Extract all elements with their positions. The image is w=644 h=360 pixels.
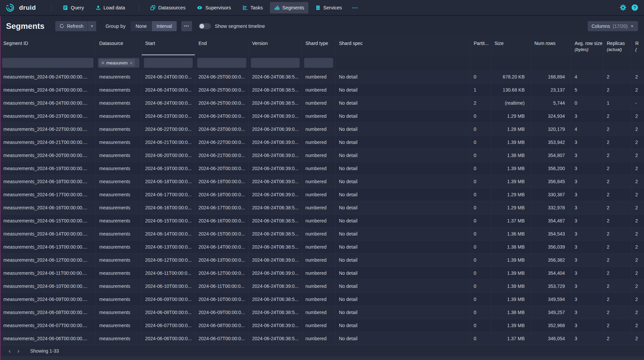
- column-header-avg-row-size[interactable]: Avg. row size(bytes): [571, 36, 603, 55]
- cell-r[interactable]: 2: [632, 136, 644, 149]
- cell-start[interactable]: 2024-06-21T00:00:0...: [142, 136, 195, 149]
- cell-datasource[interactable]: measurements: [96, 123, 142, 136]
- cell-start[interactable]: 2024-06-09T00:00:0...: [142, 293, 195, 306]
- cell-size[interactable]: 1.39 MB: [491, 136, 531, 149]
- cell-avg-row-size[interactable]: 3: [571, 188, 603, 201]
- cell-start[interactable]: 2024-06-22T00:00:0...: [142, 123, 195, 136]
- cell-size[interactable]: 130.68 KB: [491, 84, 531, 97]
- cell-replicas[interactable]: 2: [603, 149, 632, 162]
- cell-replicas[interactable]: 2: [603, 136, 632, 149]
- cell-start[interactable]: 2024-06-06T00:00:0...: [142, 332, 195, 345]
- cell-version[interactable]: 2024-06-24T06:38:5...: [249, 241, 302, 254]
- column-header-datasource[interactable]: Datasource: [96, 36, 142, 55]
- cell-datasource[interactable]: measurements: [96, 306, 142, 319]
- cell-shard-type[interactable]: numbered: [302, 227, 336, 241]
- cell-segment-id[interactable]: measurements_2024-06-14T00:00:00....: [0, 227, 96, 241]
- cell-segment-id[interactable]: measurements_2024-06-22T00:00:00....: [0, 123, 96, 136]
- cell-avg-row-size[interactable]: 3: [571, 175, 603, 188]
- cell-start[interactable]: 2024-06-19T00:00:0...: [142, 162, 195, 175]
- filter-input-shard-type[interactable]: [304, 58, 333, 68]
- cell-datasource[interactable]: measurements: [96, 227, 142, 241]
- filter-input-end[interactable]: [197, 58, 246, 68]
- cell-datasource[interactable]: measurements: [96, 97, 142, 110]
- cell-version[interactable]: 2024-06-24T06:38:5...: [249, 227, 302, 241]
- refresh-dropdown-caret[interactable]: ▼: [87, 21, 96, 31]
- cell-partit-[interactable]: 0: [470, 306, 491, 319]
- cell-datasource[interactable]: measurements: [96, 110, 142, 123]
- cell-size[interactable]: 1.38 MB: [491, 241, 531, 254]
- cell-start[interactable]: 2024-06-13T00:00:0...: [142, 241, 195, 254]
- cell-end[interactable]: 2024-06-25T00:00:0...: [195, 84, 249, 97]
- cell-num-rows[interactable]: 346,054: [531, 332, 571, 345]
- cell-version[interactable]: 2024-06-24T06:38:5...: [249, 97, 302, 110]
- column-header-replicas[interactable]: Replicas(actual): [603, 36, 632, 55]
- cell-version[interactable]: 2024-06-24T06:39:0...: [249, 123, 302, 136]
- cell-num-rows[interactable]: 354,404: [531, 267, 571, 280]
- cell-size[interactable]: 1.38 MB: [491, 306, 531, 319]
- cell-size[interactable]: 1.37 MB: [491, 214, 531, 227]
- cell-avg-row-size[interactable]: 5: [571, 84, 603, 97]
- cell-r[interactable]: 2: [632, 280, 644, 293]
- cell-shard-type[interactable]: numbered: [302, 254, 336, 267]
- cell-end[interactable]: 2024-06-25T00:00:0...: [195, 97, 249, 110]
- cell-num-rows[interactable]: 354,487: [531, 214, 571, 227]
- cell-segment-id[interactable]: measurements_2024-06-15T00:00:00....: [0, 214, 96, 227]
- cell-r[interactable]: 2: [632, 214, 644, 227]
- cell-size[interactable]: 1.39 MB: [491, 267, 531, 280]
- cell-datasource[interactable]: measurements: [96, 267, 142, 280]
- help-icon[interactable]: ?: [632, 4, 638, 11]
- cell-replicas[interactable]: 2: [603, 227, 632, 241]
- cell-end[interactable]: 2024-06-21T00:00:0...: [195, 149, 249, 162]
- cell-start[interactable]: 2024-06-10T00:00:0...: [142, 280, 195, 293]
- cell-datasource[interactable]: measurements: [96, 280, 142, 293]
- cell-end[interactable]: 2024-06-22T00:00:0...: [195, 136, 249, 149]
- cell-num-rows[interactable]: 23,137: [531, 84, 571, 97]
- segment-timeline-toggle[interactable]: [199, 23, 211, 29]
- cell-r[interactable]: 2: [632, 306, 644, 319]
- cell-version[interactable]: 2024-06-24T06:38:5...: [249, 214, 302, 227]
- cell-start[interactable]: 2024-06-15T00:00:0...: [142, 214, 195, 227]
- cell-avg-row-size[interactable]: 3: [571, 110, 603, 123]
- cell-replicas[interactable]: 2: [603, 175, 632, 188]
- cell-avg-row-size[interactable]: 3: [571, 280, 603, 293]
- cell-shard-spec[interactable]: No detail: [336, 175, 470, 188]
- cell-partit-[interactable]: 0: [470, 149, 491, 162]
- cell-segment-id[interactable]: measurements_2024-06-23T00:00:00....: [0, 110, 96, 123]
- cell-end[interactable]: 2024-06-14T00:00:0...: [195, 241, 249, 254]
- cell-segment-id[interactable]: measurements_2024-06-13T00:00:00....: [0, 241, 96, 254]
- cell-partit-[interactable]: 0: [470, 188, 491, 201]
- cell-start[interactable]: 2024-06-08T00:00:0...: [142, 306, 195, 319]
- cell-end[interactable]: 2024-06-17T00:00:0...: [195, 201, 249, 214]
- cell-avg-row-size[interactable]: 3: [571, 332, 603, 345]
- nav-more-icon[interactable]: •••: [349, 6, 362, 10]
- nav-item-tasks[interactable]: Tasks: [238, 2, 267, 13]
- cell-shard-spec[interactable]: No detail: [336, 267, 470, 280]
- cell-datasource[interactable]: measurements: [96, 175, 142, 188]
- column-header-shard-type[interactable]: Shard type: [302, 36, 336, 55]
- column-header-segment-id[interactable]: Segment ID: [0, 36, 96, 55]
- cell-version[interactable]: 2024-06-24T06:39:0...: [249, 319, 302, 332]
- cell-avg-row-size[interactable]: 3: [571, 162, 603, 175]
- cell-segment-id[interactable]: measurements_2024-06-17T00:00:00....: [0, 188, 96, 201]
- cell-r[interactable]: 2: [632, 227, 644, 241]
- cell-segment-id[interactable]: measurements_2024-06-07T00:00:00....: [0, 319, 96, 332]
- cell-start[interactable]: 2024-06-16T00:00:0...: [142, 201, 195, 214]
- cell-segment-id[interactable]: measurements_2024-06-09T00:00:00....: [0, 293, 96, 306]
- cell-avg-row-size[interactable]: 3: [571, 267, 603, 280]
- cell-avg-row-size[interactable]: 3: [571, 136, 603, 149]
- column-header-size[interactable]: Size: [491, 36, 531, 55]
- cell-version[interactable]: 2024-06-24T06:38:5...: [249, 201, 302, 214]
- cell-end[interactable]: 2024-06-18T00:00:0...: [195, 188, 249, 201]
- cell-shard-spec[interactable]: No detail: [336, 254, 470, 267]
- cell-datasource[interactable]: measurements: [96, 70, 142, 84]
- column-header-start[interactable]: Start: [142, 36, 195, 55]
- cell-shard-type[interactable]: numbered: [302, 175, 336, 188]
- cell-end[interactable]: 2024-06-15T00:00:0...: [195, 227, 249, 241]
- cell-partit-[interactable]: 0: [470, 280, 491, 293]
- column-header-shard-spec[interactable]: Shard spec: [336, 36, 470, 55]
- cell-num-rows[interactable]: 352,968: [531, 319, 571, 332]
- cell-end[interactable]: 2024-06-25T00:00:0...: [195, 70, 249, 84]
- cell-replicas[interactable]: 2: [603, 201, 632, 214]
- cell-start[interactable]: 2024-06-24T00:00:0...: [142, 70, 195, 84]
- cell-replicas[interactable]: 2: [603, 306, 632, 319]
